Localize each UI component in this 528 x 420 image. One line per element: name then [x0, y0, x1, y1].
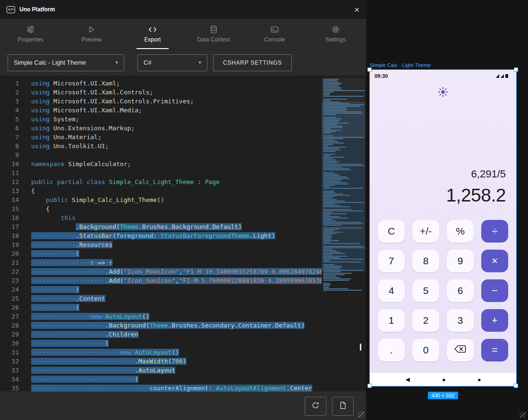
refresh-icon: [311, 401, 320, 411]
key-multiply[interactable]: ×: [481, 250, 508, 272]
tab-label: Preview: [81, 36, 102, 43]
key-row: 789×: [378, 250, 508, 272]
minimap-viewport[interactable]: [322, 78, 365, 138]
code-line: 10namespace SimpleCalculator;: [0, 160, 366, 168]
key-2[interactable]: 2: [412, 309, 439, 332]
key-equals[interactable]: =: [481, 339, 508, 361]
code-line: 24············): [0, 285, 366, 294]
key-6[interactable]: 6: [447, 279, 474, 302]
selection-handle-bottom-left[interactable]: [367, 384, 372, 388]
figma-canvas[interactable]: Simple Calc - Light Theme 09:30: [366, 0, 528, 420]
wifi-icon: [496, 74, 499, 78]
line-number: 34: [0, 375, 19, 384]
line-number: 13: [0, 186, 19, 195]
refresh-button[interactable]: [305, 397, 326, 416]
language-dropdown-value: C#: [144, 59, 152, 66]
code-line: 16 this: [0, 213, 366, 222]
key-decimal[interactable]: .: [378, 339, 405, 361]
tab-label: Console: [264, 36, 285, 43]
code-editor[interactable]: 1using Microsoft.UI.Xaml;2using Microsof…: [0, 76, 366, 392]
export-file-button[interactable]: [332, 397, 354, 416]
code-lines: 1using Microsoft.UI.Xaml;2using Microsof…: [0, 79, 366, 392]
battery-icon: [505, 74, 508, 78]
line-number: 29: [0, 330, 19, 339]
minimap-line: [323, 271, 341, 272]
selection-handle-top-left[interactable]: [367, 67, 372, 72]
calculator-keypad: C+/-%÷789×456−123+.0=: [378, 220, 508, 369]
line-number: 2: [0, 88, 19, 97]
key-percent[interactable]: %: [447, 220, 474, 243]
line-number: 1: [0, 79, 19, 88]
frame-label[interactable]: Simple Calc - Light Theme: [370, 62, 431, 68]
key-plus[interactable]: +: [481, 309, 508, 332]
minimap-line: [323, 283, 330, 284]
csharp-settings-button[interactable]: CSHARP SETTINGS: [213, 54, 292, 71]
key-8[interactable]: 8: [412, 250, 439, 272]
editor-minimap[interactable]: [322, 78, 365, 384]
key-divide[interactable]: ÷: [481, 220, 508, 243]
code-line: 30····················(: [0, 339, 366, 348]
tab-properties[interactable]: Properties: [0, 19, 61, 49]
key-0[interactable]: 0: [412, 339, 439, 361]
key-3[interactable]: 3: [447, 309, 474, 332]
code-line: 29····················.Children: [0, 330, 366, 339]
backspace-icon: [454, 344, 467, 356]
plugin-resize-grip[interactable]: [358, 412, 364, 418]
nav-back-icon: ◀: [405, 376, 409, 383]
key-1[interactable]: 1: [378, 309, 405, 332]
file-icon: [339, 401, 347, 411]
panel-resize-handle[interactable]: [360, 344, 361, 351]
tab-console[interactable]: Console: [244, 19, 305, 49]
frame-size-badge-wrap: 430 × 932: [370, 391, 516, 399]
key-5[interactable]: 5: [412, 279, 439, 302]
key-row: 456−: [378, 279, 508, 302]
selection-handle-top-right[interactable]: [514, 67, 518, 72]
code-line: 8using Uno.Toolkit.UI;: [0, 142, 366, 151]
tab-settings[interactable]: Settings: [305, 19, 366, 49]
database-icon: [209, 25, 218, 34]
phone-frame[interactable]: 09:30: [370, 70, 516, 386]
selection-handle-bottom-right[interactable]: [514, 384, 518, 388]
key-backspace[interactable]: [447, 339, 474, 361]
minimap-line: [323, 288, 349, 289]
line-number: 12: [0, 177, 19, 186]
language-dropdown[interactable]: C# ▾: [137, 54, 207, 71]
calculator-display: 6,291/5 1,258.2: [446, 168, 506, 206]
key-minus[interactable]: −: [481, 279, 508, 302]
code-line: 25············.Content: [0, 294, 366, 303]
tab-label: Export: [145, 36, 161, 43]
line-number: 27: [0, 312, 19, 321]
canvas-resize-grip[interactable]: [519, 412, 526, 418]
code-line: 27················new·AutoLayout(): [0, 312, 366, 321]
line-number: 9: [0, 151, 19, 160]
key-7[interactable]: 7: [378, 250, 405, 272]
code-line: 23····················.Add("Icon_SunIcon…: [0, 276, 366, 285]
code-line: 18············.StatusBar(foreground:·Sta…: [0, 231, 366, 240]
line-number: 35: [0, 384, 19, 392]
line-number: 17: [0, 222, 19, 231]
close-icon[interactable]: ×: [354, 5, 359, 14]
key-4[interactable]: 4: [378, 279, 405, 302]
code-line: 20············(: [0, 249, 366, 258]
key-clear[interactable]: C: [378, 220, 405, 243]
export-toolbar: Simple Calc - Light Theme ▾ C# ▾ CSHARP …: [0, 49, 366, 76]
tab-preview[interactable]: Preview: [61, 19, 122, 49]
theme-toggle-button[interactable]: [437, 86, 449, 100]
line-number: 19: [0, 240, 19, 249]
tab-export[interactable]: Export: [122, 19, 183, 49]
theme-dropdown[interactable]: Simple Calc - Light Theme ▾: [8, 54, 124, 71]
code-line: 5using System;: [0, 115, 366, 124]
line-number: 28: [0, 321, 19, 330]
minimap-line: [323, 276, 336, 277]
key-plus-minus[interactable]: +/-: [412, 220, 439, 243]
key-9[interactable]: 9: [447, 250, 474, 272]
console-icon: [270, 25, 279, 34]
plugin-window: </> Uno Platform × PropertiesPreviewExpo…: [0, 0, 366, 420]
tab-data-context[interactable]: Data Context: [183, 19, 244, 49]
code-line: 17 .Background(Theme.Brushes.Background.…: [0, 222, 366, 231]
line-number: 32: [0, 357, 19, 366]
line-number: 31: [0, 348, 19, 357]
tab-label: Data Context: [197, 36, 230, 43]
chevron-down-icon: ▾: [198, 59, 201, 66]
code-line: 22····················.Add("Icon_MoonIco…: [0, 267, 366, 276]
